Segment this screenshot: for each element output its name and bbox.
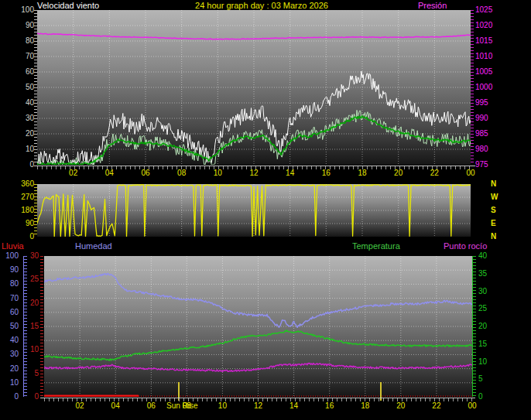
- axis-tick-label: 5: [478, 375, 483, 383]
- temperature-right-axis: 4035302520151050: [478, 256, 502, 397]
- axis-tick-label: N: [491, 233, 496, 241]
- axis-tick-label: 25: [30, 275, 39, 283]
- gridlines: [44, 256, 472, 397]
- dewpoint-label: Punto rocío: [444, 241, 487, 251]
- hour-tick-label: 16: [325, 401, 334, 410]
- hour-tick-label: 14: [289, 401, 298, 410]
- hour-tick-label: 14: [286, 169, 294, 177]
- axis-tick-label: 40: [26, 99, 34, 107]
- rain-label: Lluvia: [2, 241, 24, 251]
- hour-tick-label: 06: [147, 401, 156, 410]
- axis-tick-label: 10: [30, 346, 39, 353]
- axis-tick-label: 30: [26, 114, 34, 122]
- axis-tick-label: 10: [26, 145, 34, 153]
- axis-tick-label: 1000: [475, 84, 492, 91]
- hour-tick-label: 22: [432, 401, 440, 410]
- pressure-label: Presión: [418, 1, 447, 10]
- hour-tick-label: 10: [214, 169, 222, 177]
- axis-tick-label: 30: [30, 252, 39, 260]
- axis-tick-label: 50: [26, 84, 34, 91]
- bottom-x-axis-labels: 020406081012141618202200: [0, 401, 531, 411]
- hour-tick-label: 02: [69, 169, 77, 177]
- pressure-right-axis: 102510201015101010051000995990985980975: [475, 10, 502, 165]
- wind-direction-chart: [37, 184, 471, 237]
- axis-tick-label: 360: [21, 180, 34, 188]
- wind-pressure-panel: [37, 10, 471, 165]
- direction-tick-strip: [34, 184, 37, 237]
- hour-tick-label: 00: [468, 401, 476, 410]
- axis-tick-label: 985: [475, 130, 488, 138]
- axis-tick-label: 975: [475, 161, 488, 169]
- compass-letters: NWSEN: [491, 184, 503, 237]
- temperature-label: Temperatura: [352, 241, 400, 251]
- axis-tick-label: 20: [30, 299, 39, 307]
- top-x-axis-labels: 020406081012141618202200: [0, 169, 531, 178]
- axis-tick-label: 180: [21, 207, 34, 214]
- rain-left-axis: 302520151050: [15, 256, 39, 397]
- axis-tick-label: 20: [478, 323, 487, 330]
- axis-tick-label: 270: [21, 193, 34, 201]
- axis-tick-label: S: [491, 207, 496, 214]
- axis-tick-label: 1015: [475, 37, 492, 45]
- direction-left-axis: 360270180900: [11, 184, 34, 237]
- axis-tick-label: 0: [478, 393, 483, 401]
- axis-tick-label: 1025: [475, 6, 492, 14]
- axis-tick-label: 60: [26, 68, 34, 76]
- rain-tick-strip: [40, 256, 43, 397]
- hour-tick-label: 18: [361, 401, 369, 410]
- axis-tick-label: 90: [26, 220, 34, 227]
- axis-tick-label: 1005: [475, 68, 492, 76]
- hour-tick-label: 02: [76, 401, 84, 410]
- axis-tick-label: 90: [26, 22, 34, 29]
- axis-tick-label: 35: [478, 270, 487, 278]
- axis-tick-label: 15: [478, 340, 487, 348]
- axis-tick-label: 10: [478, 358, 487, 366]
- wind-left-tick-strip: [34, 10, 37, 165]
- hour-tick-label: 12: [249, 169, 258, 177]
- axis-tick-label: 30: [478, 288, 487, 295]
- hour-tick-label: 04: [105, 169, 114, 177]
- hour-tick-label: 16: [322, 169, 331, 177]
- axis-tick-label: 990: [475, 114, 488, 122]
- temperature-tick-strip: [473, 256, 476, 397]
- wind-left-axis: 1009080706050403020100: [11, 10, 34, 165]
- humidity-label: Humedad: [75, 241, 112, 251]
- weather-graph-window: Velocidad viento 24 hour graph day : 03 …: [0, 0, 531, 420]
- axis-tick-label: 1020: [475, 22, 492, 29]
- wind-speed-label: Velocidad viento: [37, 1, 99, 10]
- hour-tick-label: 12: [254, 401, 262, 410]
- axis-tick-label: 15: [30, 323, 39, 330]
- humidity-temperature-panel: [44, 256, 472, 397]
- hour-tick-label: 06: [141, 169, 149, 177]
- axis-tick-label: 80: [26, 37, 34, 45]
- graph-title: 24 hour graph day : 03 Marzo 2026: [195, 1, 328, 10]
- axis-tick-label: N: [491, 180, 496, 188]
- pressure-tick-strip: [471, 10, 474, 165]
- axis-tick-label: 100: [21, 6, 34, 14]
- humidity-temperature-chart: [44, 256, 472, 397]
- axis-tick-label: 40: [478, 252, 487, 260]
- hour-tick-label: 04: [111, 401, 120, 410]
- axis-tick-label: 995: [475, 99, 488, 107]
- axis-tick-label: 980: [475, 145, 488, 153]
- axis-tick-label: 5: [34, 370, 39, 377]
- hour-tick-label: 00: [466, 169, 474, 177]
- hour-tick-label: 10: [218, 401, 227, 410]
- wind-direction-panel: [37, 184, 471, 237]
- gridlines: [37, 10, 471, 165]
- axis-tick-label: 20: [26, 130, 34, 138]
- axis-tick-label: 0: [34, 393, 39, 401]
- axis-tick-label: 70: [26, 53, 34, 60]
- sunrise-text: Sun Rise: [166, 401, 198, 410]
- hour-tick-label: 20: [394, 169, 403, 177]
- axis-tick-label: 1010: [475, 53, 492, 60]
- hour-tick-label: 20: [396, 401, 405, 410]
- axis-tick-label: E: [491, 220, 496, 227]
- hour-tick-label: 18: [358, 169, 366, 177]
- axis-tick-label: W: [491, 193, 498, 201]
- axis-tick-label: 25: [478, 305, 487, 312]
- hour-tick-label: 22: [430, 169, 439, 177]
- wind-pressure-chart: [37, 10, 471, 165]
- hour-tick-label: 08: [177, 169, 186, 177]
